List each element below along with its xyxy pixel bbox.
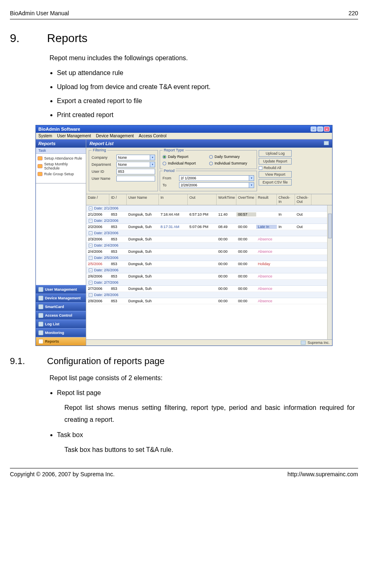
nav-item-smartcard[interactable]: SmartCard [36, 302, 86, 311]
report-grid[interactable]: −Date: 2/1/20062/1/2006853Dongsuk, Suh7:… [86, 205, 332, 339]
chevron-down-icon[interactable]: ▾ [150, 162, 155, 167]
nav-stack: User ManagementDevice ManagementSmartCar… [36, 285, 86, 346]
column-header[interactable]: WorkTime [217, 194, 236, 205]
rebuild-all-checkbox[interactable] [259, 166, 262, 170]
task-item[interactable]: Setup Monthly Schedule [38, 161, 84, 171]
radio-icon[interactable] [163, 162, 166, 165]
menu-item[interactable]: User Management [57, 134, 91, 138]
list-item-desc: Task box has buttons to set T&A rule. [64, 444, 355, 456]
vertical-scrollbar[interactable] [327, 205, 332, 339]
collapse-icon[interactable]: − [89, 281, 92, 285]
minimize-button[interactable]: – [311, 127, 316, 132]
upload-log-button[interactable]: Upload Log [259, 150, 292, 157]
column-header[interactable]: Check-In [277, 194, 295, 205]
radio-option[interactable]: Daily Report [163, 155, 208, 159]
table-row[interactable]: 2/2/2006853Dongsuk, Suh8:17:31 AM5:07:06… [86, 224, 332, 230]
nav-item-access-control[interactable]: Access Control [36, 311, 86, 320]
page-number: 220 [349, 10, 358, 16]
column-header[interactable]: OverTime [236, 194, 256, 205]
group-header[interactable]: −Date: 2/7/2006 [86, 280, 332, 286]
table-row[interactable]: 2/3/2006853Dongsuk, Suh00:0000:00Absence [86, 236, 332, 242]
group-label: Date: 2/5/2006 [94, 256, 118, 260]
table-row[interactable]: 2/7/2006853Dongsuk, Suh00:0000:00Absence [86, 286, 332, 292]
task-item[interactable]: Rule Group Setup [38, 171, 84, 177]
menu-item[interactable]: Device Management [96, 134, 134, 138]
username-input[interactable] [116, 176, 155, 181]
group-header[interactable]: −Date: 2/1/2006 [86, 205, 332, 212]
collapse-icon[interactable]: − [89, 244, 92, 247]
column-header[interactable]: Out [188, 194, 217, 205]
collapse-icon[interactable]: − [89, 207, 92, 210]
window-titlebar[interactable]: BioAdmin Software – □ × [36, 125, 332, 133]
column-header[interactable]: Date / [86, 194, 109, 205]
radio-icon[interactable] [209, 162, 213, 165]
table-header[interactable]: Date /ID /User NameInOutWorkTimeOverTime… [86, 194, 332, 205]
view-report-button[interactable]: View Report [259, 171, 292, 178]
nav-item-device-management[interactable]: Device Management [36, 294, 86, 302]
collapse-icon[interactable]: − [89, 256, 92, 260]
to-date[interactable]: 2/28/2006▾ [179, 182, 254, 188]
group-label: Date: 2/4/2006 [94, 243, 118, 247]
task-header: Task [36, 148, 86, 154]
nav-icon [38, 313, 43, 318]
collapse-icon[interactable]: − [89, 293, 92, 297]
collapse-icon[interactable]: − [89, 268, 92, 272]
userid-input[interactable]: 853 [116, 169, 155, 174]
right-pane-title: Report List [90, 141, 113, 146]
column-header[interactable]: In [159, 194, 188, 205]
pane-menu-icon[interactable] [324, 141, 329, 145]
table-row[interactable]: 2/8/2006853Dongsuk, Suh00:0000:00Absence [86, 298, 332, 304]
export-csv-button[interactable]: Export CSV file [259, 179, 292, 186]
group-header[interactable]: −Date: 2/5/2006 [86, 255, 332, 261]
radio-option[interactable]: Daily Summary [209, 155, 254, 159]
collapse-icon[interactable]: − [89, 219, 92, 223]
maximize-button[interactable]: □ [317, 127, 323, 132]
group-header[interactable]: −Date: 2/4/2006 [86, 242, 332, 249]
app-screenshot: BioAdmin Software – □ × SystemUser Manag… [35, 125, 333, 346]
menu-item[interactable]: Access Control [139, 134, 166, 138]
group-header[interactable]: −Date: 2/8/2006 [86, 292, 332, 298]
footer-rule [10, 468, 358, 468]
company-select[interactable]: None▾ [116, 155, 155, 160]
task-item[interactable]: Setup Attendance Rule [38, 155, 84, 161]
column-header[interactable]: ID / [109, 194, 127, 205]
period-legend: Period [163, 169, 176, 173]
radio-icon[interactable] [163, 155, 166, 159]
table-row[interactable]: 2/6/2006853Dongsuk, Suh00:0000:00Absence [86, 273, 332, 280]
close-button[interactable]: × [324, 127, 330, 132]
menu-item[interactable]: System [38, 134, 52, 138]
table-row[interactable]: 2/1/2006853Dongsuk, Suh7:16:44 AM6:57:10… [86, 212, 332, 218]
column-header[interactable]: Result [256, 194, 277, 205]
radio-option[interactable]: Individual Summary [209, 161, 254, 165]
list-item: Repot list page [57, 388, 355, 398]
radio-icon[interactable] [209, 155, 213, 159]
group-header[interactable]: −Date: 2/6/2006 [86, 267, 332, 273]
window-title: BioAdmin Software [38, 127, 80, 132]
nav-label: Reports [45, 339, 59, 343]
list-item: Task box [57, 430, 355, 440]
nav-item-log-list[interactable]: Log List [36, 320, 86, 328]
menubar[interactable]: SystemUser ManagementDevice ManagementAc… [36, 133, 332, 139]
nav-icon [38, 339, 43, 344]
department-select[interactable]: None▾ [116, 162, 155, 167]
group-header[interactable]: −Date: 2/3/2006 [86, 230, 332, 236]
chevron-down-icon[interactable]: ▾ [150, 155, 155, 160]
nav-item-reports[interactable]: Reports [36, 337, 86, 346]
scrollbar-thumb[interactable] [328, 214, 332, 238]
task-label: Setup Monthly Schedule [44, 162, 84, 170]
bullet-list: Set up attendance ruleUpload log from de… [57, 68, 355, 120]
update-report-button[interactable]: Update Report [259, 158, 292, 165]
column-header[interactable]: Check-Out [295, 194, 311, 205]
chevron-down-icon[interactable]: ▾ [249, 176, 254, 181]
nav-item-user-management[interactable]: User Management [36, 285, 86, 294]
table-row[interactable]: 2/5/2006853Dongsuk, Suh00:0000:00Holiday [86, 261, 332, 267]
group-header[interactable]: −Date: 2/2/2006 [86, 218, 332, 224]
table-row[interactable]: 2/4/2006853Dongsuk, Suh00:0000:00Absence [86, 249, 332, 255]
collapse-icon[interactable]: − [89, 231, 92, 235]
subsection-number: 9.1. [10, 356, 31, 367]
radio-option[interactable]: Individual Report [163, 161, 208, 165]
chevron-down-icon[interactable]: ▾ [249, 183, 254, 188]
from-date[interactable]: 2/ 1/2006▾ [179, 175, 254, 181]
nav-item-monitoring[interactable]: Monitoring [36, 328, 86, 337]
column-header[interactable]: User Name [127, 194, 159, 205]
